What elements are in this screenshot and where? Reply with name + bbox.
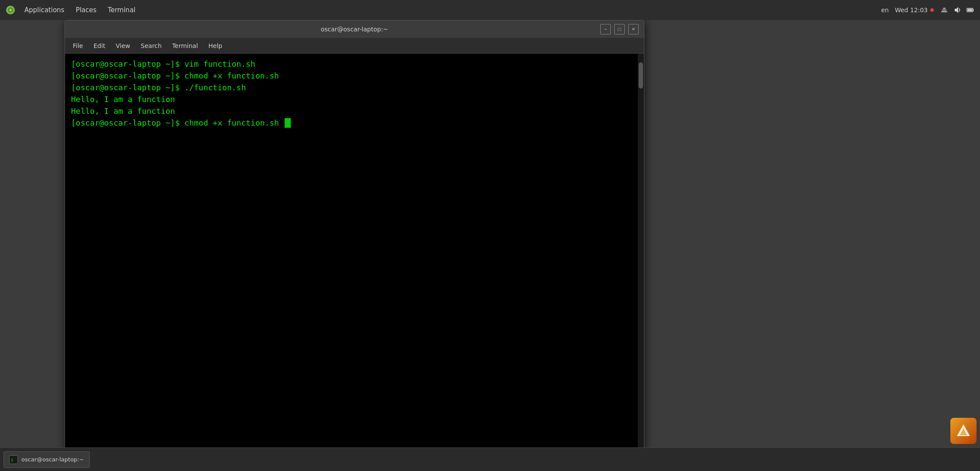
command-3: ./function.sh xyxy=(184,82,246,93)
system-tray xyxy=(940,6,975,14)
window-titlebar: oscar@oscar-laptop:~ − □ × xyxy=(65,20,644,38)
system-menubar: Applications Places Terminal xyxy=(19,4,141,16)
terminal-line-1: [oscar@oscar-laptop ~]$ vim function.sh xyxy=(71,58,638,70)
output-line-2: Hello, I am a function xyxy=(71,105,638,117)
svg-rect-4 xyxy=(942,10,946,10)
svg-text:$: $ xyxy=(11,458,13,462)
command-active: chmod +x function.sh xyxy=(184,117,284,129)
svg-rect-8 xyxy=(973,10,974,10)
taskbar-terminal-item[interactable]: $ oscar@oscar-laptop:~ xyxy=(3,451,90,468)
terminal-scrollbar[interactable] xyxy=(638,54,644,451)
window-menubar: File Edit View Search Terminal Help xyxy=(65,38,644,54)
prompt-1: [oscar@oscar-laptop ~]$ xyxy=(71,58,184,70)
clock-area: Wed 12:03 xyxy=(895,7,934,14)
search-menu[interactable]: Search xyxy=(136,41,166,51)
places-menu[interactable]: Places xyxy=(71,4,102,16)
system-bar-left: Applications Places Terminal xyxy=(5,4,141,16)
file-menu[interactable]: File xyxy=(68,41,87,51)
terminal-menu[interactable]: Terminal xyxy=(102,4,140,16)
terminal-app-menu[interactable]: Terminal xyxy=(168,41,202,51)
view-menu[interactable]: View xyxy=(112,41,135,51)
taskbar-terminal-label: oscar@oscar-laptop:~ xyxy=(21,456,84,463)
watermark-icon xyxy=(950,418,977,444)
record-dot-icon xyxy=(930,8,934,12)
command-1: vim function.sh xyxy=(184,58,255,70)
network-icon[interactable] xyxy=(940,6,949,14)
maximize-button[interactable]: □ xyxy=(614,24,625,34)
language-indicator[interactable]: en xyxy=(881,7,889,14)
output-line-1: Hello, I am a function xyxy=(71,93,638,105)
prompt-2: [oscar@oscar-laptop ~]$ xyxy=(71,70,184,82)
command-2: chmod +x function.sh xyxy=(184,70,279,82)
close-button[interactable]: × xyxy=(628,24,639,34)
terminal-line-3: [oscar@oscar-laptop ~]$ ./function.sh xyxy=(71,82,638,93)
svg-marker-6 xyxy=(955,7,958,13)
terminal-body[interactable]: [oscar@oscar-laptop ~]$ vim function.sh … xyxy=(65,54,644,451)
window-title: oscar@oscar-laptop:~ xyxy=(321,26,388,33)
window-controls: − □ × xyxy=(600,24,639,34)
watermark-area xyxy=(849,413,980,447)
taskbar: $ oscar@oscar-laptop:~ xyxy=(0,447,980,471)
terminal-window: oscar@oscar-laptop:~ − □ × File Edit Vie… xyxy=(65,20,644,452)
applications-menu[interactable]: Applications xyxy=(19,4,70,16)
scrollbar-thumb[interactable] xyxy=(639,62,643,89)
minimize-button[interactable]: − xyxy=(600,24,611,34)
svg-rect-9 xyxy=(968,9,973,11)
prompt-3: [oscar@oscar-laptop ~]$ xyxy=(71,82,184,93)
help-menu[interactable]: Help xyxy=(204,41,227,51)
svg-rect-3 xyxy=(941,11,947,12)
terminal-line-2: [oscar@oscar-laptop ~]$ chmod +x functio… xyxy=(71,70,638,82)
terminal-line-active: [oscar@oscar-laptop ~]$ chmod +x functio… xyxy=(71,117,638,129)
system-bar: Applications Places Terminal en Wed 12:0… xyxy=(0,0,980,20)
speaker-icon[interactable] xyxy=(953,6,962,14)
distro-logo-icon xyxy=(5,5,16,15)
taskbar-terminal-icon: $ xyxy=(9,455,18,464)
battery-icon[interactable] xyxy=(966,6,975,14)
svg-point-2 xyxy=(9,9,12,11)
clock-text: Wed 12:03 xyxy=(895,7,928,14)
prompt-active: [oscar@oscar-laptop ~]$ xyxy=(71,117,184,129)
edit-menu[interactable]: Edit xyxy=(89,41,109,51)
terminal-cursor xyxy=(285,118,291,128)
system-bar-right: en Wed 12:03 xyxy=(881,6,975,14)
svg-rect-5 xyxy=(943,8,946,9)
